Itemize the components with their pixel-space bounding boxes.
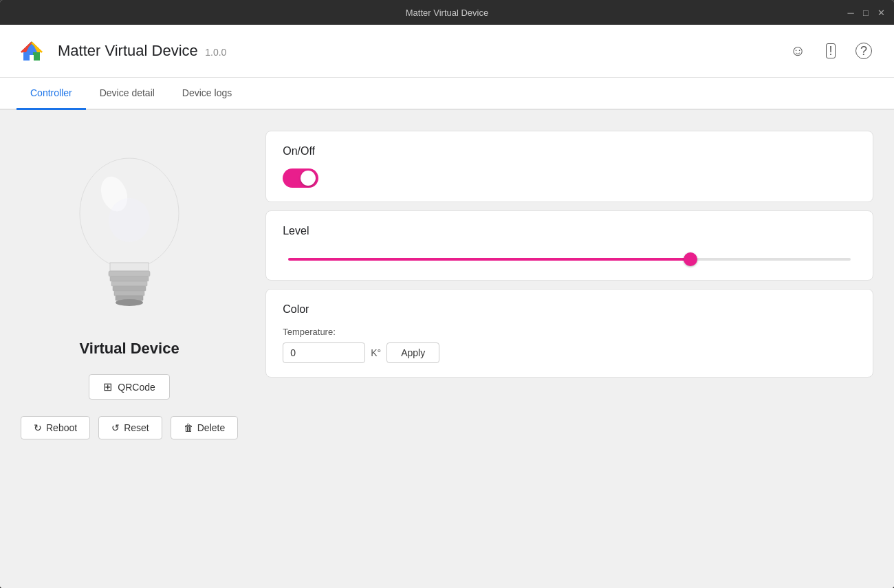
- minimize-button[interactable]: ─: [846, 8, 855, 17]
- slider-container: [283, 248, 856, 266]
- qrcode-icon: ⊞: [103, 380, 112, 393]
- delete-icon: 🗑: [184, 422, 193, 433]
- svg-rect-8: [109, 271, 150, 276]
- main-content: Virtual Device ⊞ QRCode ↻ Reboot ↺ Reset…: [0, 110, 894, 588]
- header-left: Matter Virtual Device 1.0.0: [17, 36, 226, 66]
- svg-rect-7: [110, 263, 149, 271]
- reboot-button[interactable]: ↻ Reboot: [21, 416, 90, 439]
- app-logo: [17, 36, 47, 66]
- tab-device-detail[interactable]: Device detail: [86, 78, 168, 110]
- color-title: Color: [283, 303, 856, 316]
- smiley-button[interactable]: ☺: [784, 37, 811, 65]
- device-name: Virtual Device: [80, 340, 179, 358]
- tabs-bar: Controller Device detail Device logs: [0, 78, 894, 110]
- temperature-input[interactable]: [283, 342, 365, 363]
- reset-icon: ↺: [111, 422, 120, 433]
- titlebar: Matter Virtual Device ─ □ ✕: [0, 0, 894, 25]
- feedback-icon: !: [826, 43, 835, 58]
- svg-point-14: [116, 299, 143, 306]
- close-button[interactable]: ✕: [876, 8, 886, 17]
- bulb-image: [61, 144, 198, 323]
- help-button[interactable]: ?: [850, 37, 877, 65]
- right-panel: On/Off Level Color Tempe: [265, 131, 873, 567]
- app-title: Matter Virtual Device 1.0.0: [58, 42, 226, 60]
- svg-rect-12: [114, 291, 144, 296]
- on-off-toggle[interactable]: [283, 168, 318, 188]
- maximize-button[interactable]: □: [861, 8, 871, 17]
- temperature-unit: K°: [371, 347, 381, 358]
- tab-controller[interactable]: Controller: [17, 78, 86, 110]
- svg-rect-2: [33, 52, 40, 61]
- feedback-button[interactable]: !: [817, 37, 844, 65]
- header-icons: ☺ ! ?: [784, 37, 877, 65]
- header: Matter Virtual Device 1.0.0 ☺ ! ?: [0, 25, 894, 78]
- level-title: Level: [283, 225, 856, 237]
- svg-rect-11: [113, 286, 146, 291]
- reboot-icon: ↻: [34, 422, 42, 433]
- qrcode-button[interactable]: ⊞ QRCode: [89, 374, 169, 400]
- bulb-svg: [61, 144, 198, 323]
- apply-button[interactable]: Apply: [386, 342, 439, 363]
- reboot-label: Reboot: [46, 422, 77, 433]
- on-off-card: On/Off: [265, 131, 873, 202]
- delete-label: Delete: [197, 422, 225, 433]
- temperature-row: K° Apply: [283, 342, 856, 363]
- app-title-text: Matter Virtual Device: [58, 42, 198, 59]
- on-off-title: On/Off: [283, 145, 856, 157]
- svg-rect-10: [111, 281, 147, 286]
- svg-rect-4: [30, 55, 34, 61]
- color-card: Color Temperature: K° Apply: [265, 289, 873, 378]
- temperature-label: Temperature:: [283, 327, 856, 337]
- action-buttons: ↻ Reboot ↺ Reset 🗑 Delete: [21, 416, 238, 439]
- svg-rect-9: [110, 276, 149, 281]
- delete-button[interactable]: 🗑 Delete: [171, 416, 238, 439]
- reset-button[interactable]: ↺ Reset: [98, 416, 162, 439]
- svg-point-15: [109, 198, 150, 242]
- level-card: Level: [265, 210, 873, 281]
- help-icon: ?: [855, 43, 872, 59]
- svg-rect-1: [23, 52, 30, 61]
- toggle-container: [283, 168, 856, 188]
- left-panel: Virtual Device ⊞ QRCode ↻ Reboot ↺ Reset…: [21, 131, 238, 567]
- tab-device-logs[interactable]: Device logs: [168, 78, 246, 110]
- app-version: 1.0.0: [205, 47, 226, 58]
- titlebar-title: Matter Virtual Device: [406, 8, 488, 18]
- app-window: Matter Virtual Device ─ □ ✕: [0, 0, 894, 588]
- reset-label: Reset: [124, 422, 149, 433]
- smiley-icon: ☺: [790, 42, 805, 60]
- qrcode-label: QRCode: [118, 382, 155, 393]
- level-slider[interactable]: [288, 258, 851, 261]
- titlebar-controls: ─ □ ✕: [846, 8, 886, 17]
